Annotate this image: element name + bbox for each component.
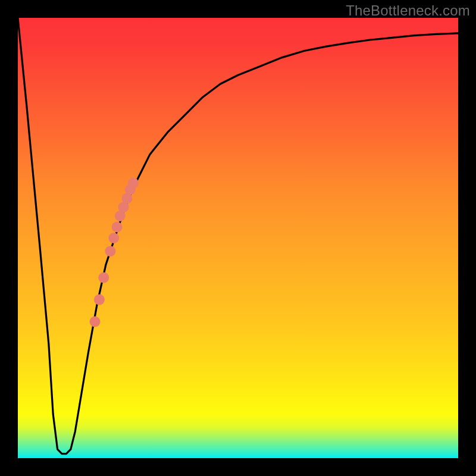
watermark-text: TheBottleneck.com: [346, 2, 470, 19]
curve-layer: [18, 18, 458, 458]
data-point: [108, 233, 119, 243]
data-point: [105, 246, 115, 256]
data-point: [90, 317, 101, 327]
data-point: [94, 295, 105, 305]
data-point: [128, 178, 139, 189]
chart-frame: TheBottleneck.com: [0, 0, 476, 476]
plot-area: [18, 18, 458, 458]
data-point: [112, 222, 123, 233]
data-point: [98, 273, 109, 283]
bottleneck-curve: [18, 18, 458, 454]
